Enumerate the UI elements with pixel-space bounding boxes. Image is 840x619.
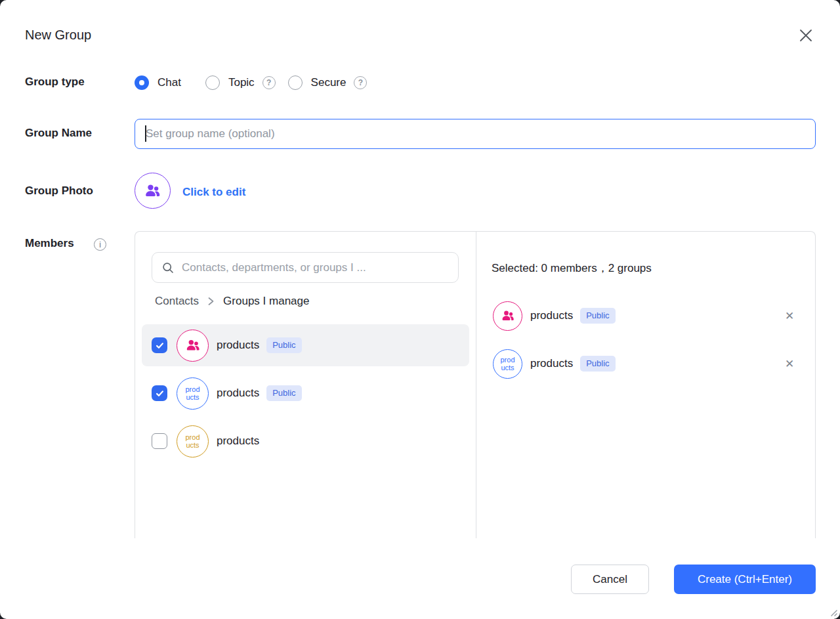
member-row[interactable]: productsPublic bbox=[142, 324, 469, 366]
members-label: Members bbox=[25, 237, 74, 250]
close-icon[interactable] bbox=[795, 25, 816, 46]
remove-icon[interactable]: ✕ bbox=[781, 307, 798, 324]
member-row[interactable]: productsproductsPublic bbox=[142, 372, 469, 414]
group-type-option-topic[interactable]: Topic? bbox=[205, 75, 264, 90]
member-name: products bbox=[217, 339, 259, 352]
checkmark-icon bbox=[155, 389, 165, 398]
group-type-radio-group: ChatTopic?Secure? bbox=[135, 74, 379, 91]
chevron-right-icon bbox=[207, 296, 215, 307]
radio-label: Secure bbox=[311, 76, 346, 89]
member-name: products bbox=[217, 387, 259, 400]
radio-icon[interactable] bbox=[135, 75, 149, 90]
group-name-label: Group Name bbox=[25, 127, 92, 140]
checkbox-unchecked[interactable] bbox=[152, 433, 167, 449]
public-badge: Public bbox=[266, 337, 301, 353]
members-picker-panel: Contacts Groups I manage productsPublic … bbox=[135, 231, 816, 538]
help-icon[interactable]: ? bbox=[262, 76, 276, 89]
public-badge: Public bbox=[580, 356, 615, 372]
selected-summary: Selected: 0 members，2 groups bbox=[492, 261, 652, 276]
group-photo-label: Group Photo bbox=[25, 184, 93, 198]
group-avatar bbox=[177, 330, 209, 362]
group-avatar: products bbox=[177, 377, 209, 410]
create-button[interactable]: Create (Ctrl+Enter) bbox=[674, 565, 816, 594]
member-row[interactable]: productsproducts bbox=[142, 420, 469, 462]
cancel-button[interactable]: Cancel bbox=[571, 565, 649, 594]
selected-row: productsPublic✕ bbox=[476, 299, 816, 332]
help-icon[interactable]: ? bbox=[354, 76, 367, 89]
member-name: products bbox=[530, 309, 573, 322]
text-caret bbox=[145, 125, 146, 142]
selected-list: productsPublic✕productsproductsPublic✕ bbox=[476, 299, 816, 395]
member-name: products bbox=[530, 357, 573, 370]
checkbox-checked[interactable] bbox=[152, 337, 167, 353]
group-type-option-chat[interactable]: Chat bbox=[135, 75, 181, 90]
member-search-input[interactable] bbox=[182, 261, 449, 274]
info-icon[interactable]: i bbox=[94, 238, 106, 251]
remove-icon[interactable]: ✕ bbox=[781, 355, 798, 372]
breadcrumb-current: Groups I manage bbox=[223, 295, 309, 308]
group-type-label: Group type bbox=[25, 75, 85, 89]
member-name: products bbox=[217, 435, 259, 448]
group-name-input[interactable] bbox=[135, 119, 816, 149]
new-group-dialog: New Group Group type ChatTopic?Secure? G… bbox=[0, 0, 840, 619]
group-type-option-secure[interactable]: Secure? bbox=[288, 75, 356, 90]
selected-row: productsproductsPublic✕ bbox=[476, 347, 816, 380]
dialog-title: New Group bbox=[25, 28, 91, 43]
group-people-icon bbox=[185, 337, 201, 353]
photo-edit-link[interactable]: Click to edit bbox=[182, 186, 245, 199]
radio-label: Topic bbox=[228, 76, 255, 89]
radio-icon[interactable] bbox=[288, 75, 303, 90]
member-list: productsPublic productsproductsPublicpro… bbox=[142, 324, 469, 468]
radio-icon[interactable] bbox=[205, 75, 220, 90]
group-people-icon bbox=[144, 182, 161, 200]
group-avatar bbox=[493, 301, 522, 331]
public-badge: Public bbox=[266, 385, 301, 401]
group-avatar: products bbox=[177, 425, 209, 458]
checkmark-icon bbox=[155, 341, 165, 351]
radio-label: Chat bbox=[158, 76, 181, 89]
search-icon bbox=[161, 261, 175, 274]
checkbox-checked[interactable] bbox=[152, 385, 167, 401]
group-avatar: products bbox=[493, 349, 522, 379]
breadcrumb: Contacts Groups I manage bbox=[155, 295, 309, 308]
group-photo-avatar[interactable] bbox=[135, 173, 171, 209]
breadcrumb-contacts[interactable]: Contacts bbox=[155, 295, 199, 308]
resize-handle[interactable] bbox=[828, 607, 837, 616]
member-search-box[interactable] bbox=[152, 252, 459, 283]
group-people-icon bbox=[501, 309, 515, 323]
public-badge: Public bbox=[580, 308, 615, 324]
